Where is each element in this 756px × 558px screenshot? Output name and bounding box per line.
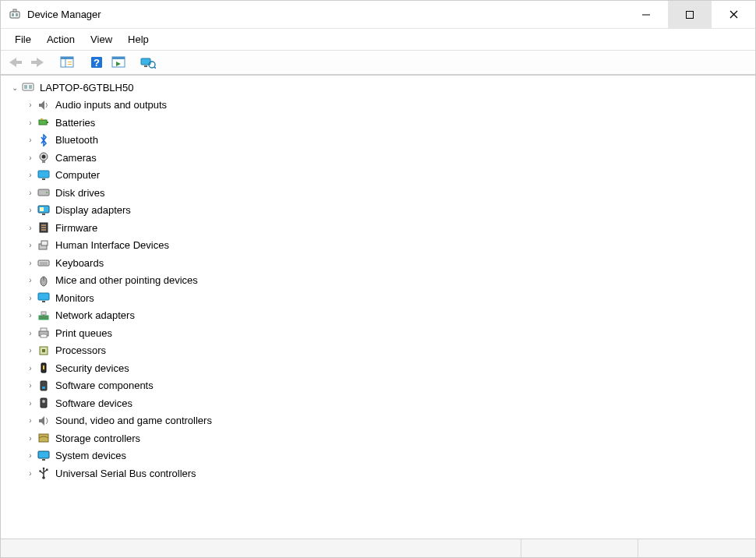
svg-rect-1 xyxy=(12,13,14,16)
tree-category-row[interactable]: ›Cameras xyxy=(1,149,755,167)
tree-category-label: Cameras xyxy=(55,152,97,164)
svg-marker-27 xyxy=(39,101,44,110)
tree-category-row[interactable]: ›Batteries xyxy=(1,114,755,132)
chevron-right-icon[interactable]: › xyxy=(24,101,37,109)
tree-category-row[interactable]: ›Computer xyxy=(1,167,755,185)
chevron-right-icon[interactable]: › xyxy=(24,259,37,267)
svg-line-23 xyxy=(154,67,156,69)
svg-rect-52 xyxy=(38,293,49,300)
disk-icon xyxy=(37,185,51,200)
tree-category-row[interactable]: ›Audio inputs and outputs xyxy=(1,97,755,115)
chevron-right-icon[interactable]: › xyxy=(24,224,37,232)
minimize-button[interactable] xyxy=(624,1,668,28)
tree-category-label: Display adapters xyxy=(55,204,131,216)
scan-hardware-icon xyxy=(140,56,156,69)
svg-rect-26 xyxy=(29,85,32,89)
chevron-right-icon[interactable]: › xyxy=(24,311,37,320)
chevron-right-icon[interactable]: › xyxy=(24,118,37,127)
menu-help[interactable]: Help xyxy=(120,30,157,48)
chevron-right-icon[interactable]: › xyxy=(24,469,37,478)
toolbar-help[interactable]: ? xyxy=(87,52,107,72)
svg-point-74 xyxy=(43,468,45,470)
menu-view[interactable]: View xyxy=(83,30,120,48)
chevron-right-icon[interactable]: › xyxy=(24,154,37,162)
chevron-right-icon[interactable]: › xyxy=(24,241,37,249)
tree-category-row[interactable]: ›Universal Serial Bus controllers xyxy=(1,464,755,482)
svg-rect-59 xyxy=(41,334,47,337)
svg-point-37 xyxy=(46,192,48,193)
help-icon: ? xyxy=(90,55,104,69)
chevron-right-icon[interactable]: › xyxy=(24,416,37,425)
app-icon xyxy=(9,9,21,21)
tree-category-row[interactable]: ›Print queues xyxy=(1,324,755,342)
action-list-icon xyxy=(111,56,125,69)
toolbar-forward xyxy=(27,52,48,72)
svg-rect-0 xyxy=(10,12,19,18)
chevron-right-icon[interactable]: › xyxy=(24,451,37,460)
chevron-right-icon[interactable]: › xyxy=(24,276,37,284)
chevron-right-icon[interactable]: › xyxy=(24,136,37,144)
network-icon xyxy=(37,309,51,323)
chevron-right-icon[interactable]: › xyxy=(24,329,37,337)
svg-point-32 xyxy=(42,155,46,159)
tree-category-row[interactable]: ›Storage controllers xyxy=(1,429,755,447)
maximize-button[interactable] xyxy=(668,1,712,28)
tree-category-row[interactable]: ›Sound, video and game controllers xyxy=(1,412,755,430)
tree-category-row[interactable]: ›Mice and other pointing devices xyxy=(1,272,755,290)
chevron-right-icon[interactable]: › xyxy=(24,364,37,373)
cpu-icon xyxy=(37,344,51,358)
tree-category-row[interactable]: ›Network adapters xyxy=(1,307,755,325)
chevron-right-icon[interactable]: › xyxy=(24,171,37,179)
tree-category-row[interactable]: ›Software devices xyxy=(1,394,755,412)
chevron-right-icon[interactable]: › xyxy=(24,206,37,214)
svg-rect-13 xyxy=(68,62,72,62)
tree-category-row[interactable]: ›Bluetooth xyxy=(1,132,755,150)
menu-action[interactable]: Action xyxy=(39,30,83,48)
tree-category-row[interactable]: ›Software components xyxy=(1,377,755,395)
chevron-right-icon[interactable]: › xyxy=(24,294,37,302)
tree-root-row[interactable]: ⌄ LAPTOP-6GTBLH50 xyxy=(1,79,755,97)
svg-rect-11 xyxy=(61,57,73,59)
software-device-icon xyxy=(37,396,51,410)
chevron-right-icon[interactable]: › xyxy=(24,434,37,443)
tree-category-row[interactable]: ›Display adapters xyxy=(1,202,755,220)
toolbar-scan-hardware[interactable] xyxy=(138,52,158,72)
toolbar-action-list[interactable] xyxy=(108,52,129,72)
close-button[interactable] xyxy=(712,1,755,28)
tree-category-label: Human Interface Devices xyxy=(55,239,169,251)
tree-category-row[interactable]: ›Disk drives xyxy=(1,184,755,202)
tree-category-row[interactable]: ›Human Interface Devices xyxy=(1,237,755,255)
toolbar-show-hide-console-tree[interactable] xyxy=(57,52,77,72)
svg-rect-2 xyxy=(16,13,18,16)
tree-category-row[interactable]: ›Monitors xyxy=(1,289,755,307)
tree-category-label: Print queues xyxy=(55,327,112,339)
device-tree[interactable]: ⌄ LAPTOP-6GTBLH50 ›Audio inputs and outp… xyxy=(1,76,755,539)
tree-category-row[interactable]: ›Firmware xyxy=(1,219,755,237)
minimize-icon xyxy=(642,11,650,19)
hid-icon xyxy=(37,238,51,253)
window-controls xyxy=(624,1,755,28)
chevron-right-icon[interactable]: › xyxy=(24,189,37,197)
chevron-right-icon[interactable]: › xyxy=(24,346,37,355)
tree-category-label: Security devices xyxy=(55,362,129,374)
back-arrow-icon xyxy=(9,57,23,68)
tree-category-row[interactable]: ›Security devices xyxy=(1,359,755,377)
svg-rect-25 xyxy=(24,85,27,89)
chevron-down-icon[interactable]: ⌄ xyxy=(9,83,21,92)
menu-file[interactable]: File xyxy=(7,30,39,48)
mouse-icon xyxy=(37,274,51,288)
chevron-right-icon[interactable]: › xyxy=(24,399,37,408)
tree-category-label: Network adapters xyxy=(55,309,135,321)
tree-category-row[interactable]: ›Processors xyxy=(1,342,755,360)
svg-rect-44 xyxy=(41,229,46,231)
svg-rect-5 xyxy=(687,11,694,18)
tree-category-row[interactable]: ›Keyboards xyxy=(1,254,755,272)
tree-category-label: Audio inputs and outputs xyxy=(55,99,167,111)
svg-rect-3 xyxy=(13,9,16,12)
tree-category-row[interactable]: ›System devices xyxy=(1,447,755,465)
svg-rect-39 xyxy=(40,207,44,211)
svg-rect-29 xyxy=(47,122,48,123)
svg-point-67 xyxy=(42,400,45,403)
svg-rect-58 xyxy=(41,328,47,331)
chevron-right-icon[interactable]: › xyxy=(24,381,37,390)
